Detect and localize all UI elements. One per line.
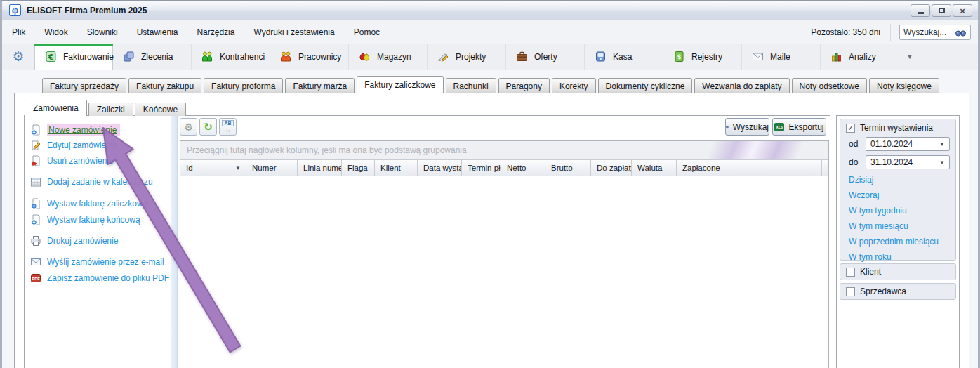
action-panel: Nowe zamówienie Edytuj zamówienie Usuń z… [25, 116, 171, 368]
doctab-faktury-zakupu[interactable]: Faktury zakupu [128, 78, 201, 93]
doctab-faktury-marza[interactable]: Faktury marża [285, 78, 355, 93]
minimize-button[interactable] [911, 4, 930, 17]
action-save-pdf[interactable]: PDF Zapisz zamówienie do pliku PDF [30, 271, 169, 285]
global-search-box[interactable] [899, 25, 971, 40]
date-to-select[interactable]: 31.10.2024 ▼ [866, 155, 950, 169]
grid-header-row: Id▼ Numer Linia numer... Flaga Klient Da… [180, 159, 828, 176]
ribbon-tab-pracownicy[interactable]: Pracownicy [270, 44, 349, 70]
maximize-button[interactable] [932, 4, 951, 17]
date-from-select[interactable]: 01.10.2024 ▼ [866, 137, 950, 151]
column-header-linia-numeracji[interactable]: Linia numer... [298, 160, 342, 176]
menu-ustawienia[interactable]: Ustawienia [128, 24, 187, 41]
client-checkbox[interactable] [846, 268, 855, 277]
right-divider [969, 93, 969, 368]
seller-checkbox[interactable] [846, 287, 855, 296]
column-header-klient[interactable]: Klient [375, 160, 418, 176]
page-delete-icon [30, 155, 41, 166]
doctab-wezwania[interactable]: Wezwania do zapłaty [694, 78, 789, 93]
doctab-noty-odsetkowe[interactable]: Noty odsetkowe [792, 78, 867, 93]
ribbon-tab-analizy[interactable]: Analizy [821, 44, 899, 70]
column-header-termin-platnosci[interactable]: Termin płat... [462, 160, 501, 176]
group-by-bar[interactable]: Przeciągnij tutaj nagłówek kolumny, jeśl… [180, 141, 828, 159]
ribbon-tab-oferty[interactable]: Oferty [506, 44, 585, 70]
document-tabbar: Faktury sprzedaży Faktury zakupu Faktury… [14, 76, 969, 93]
action-issue-final-invoice[interactable]: Wystaw fakturę końcową [30, 213, 140, 227]
menu-narzedzia[interactable]: Narzędzia [187, 24, 244, 41]
ribbon-tab-magazyn[interactable]: Magazyn [349, 44, 428, 70]
gear-icon: ⚙ [12, 48, 24, 65]
filter-dropdown-icon[interactable]: ▼ [235, 165, 241, 171]
grid-settings-button[interactable]: ⚙ [180, 118, 197, 136]
refresh-icon: ↻ [204, 121, 213, 133]
projects-pencil-icon [437, 51, 449, 63]
column-header-netto[interactable]: Netto [501, 160, 545, 176]
ribbon-tab-fakturowanie[interactable]: € Fakturowanie [34, 44, 113, 70]
column-header-id[interactable]: Id▼ [180, 160, 246, 176]
global-search-input[interactable] [903, 27, 955, 37]
action-delete-order[interactable]: Usuń zamówienie [30, 154, 114, 168]
action-edit-order[interactable]: Edytuj zamówienie [30, 138, 117, 152]
innertab-zamowienia[interactable]: Zamówienia [25, 100, 87, 116]
gear-icon: ⚙ [184, 121, 193, 133]
menu-plik[interactable]: Plik [3, 24, 34, 41]
menu-wydruki[interactable]: Wydruki i zestawienia [244, 24, 343, 41]
column-header-data-wystawienia[interactable]: Data wysta... [418, 160, 462, 176]
action-issue-advance-invoice[interactable]: Wystaw fakturę zaliczkową [30, 197, 147, 211]
doctab-faktury-zaliczkowe[interactable]: Faktury zaliczkowe [357, 76, 443, 93]
mail-envelope-icon [752, 51, 764, 63]
warehouse-sacks-icon [359, 51, 371, 63]
innertab-koncowe[interactable]: Końcowe [135, 103, 186, 116]
settings-gear-button[interactable]: ⚙ [2, 44, 34, 70]
column-header-brutto[interactable]: Brutto [545, 160, 591, 176]
invoice-euro-icon: € [45, 51, 57, 63]
column-header-flaga[interactable]: Flaga [342, 160, 375, 176]
menu-widok[interactable]: Widok [35, 24, 77, 41]
ribbon-tab-maile[interactable]: Maile [742, 44, 821, 70]
issue-date-checkbox[interactable]: ✓ [846, 124, 855, 133]
column-header-clipped[interactable]: W... [822, 160, 828, 176]
column-header-zaplacone[interactable]: Zapłacone [677, 160, 822, 176]
contractors-people-icon [201, 51, 213, 63]
ribbon-tab-kasa[interactable]: Kasa [585, 44, 663, 70]
doctab-rachunki[interactable]: Rachunki [446, 78, 496, 93]
column-header-numer[interactable]: Numer [246, 160, 298, 176]
quicklink-previous-month[interactable]: W poprzednim miesiącu [849, 237, 955, 247]
action-add-calendar-task[interactable]: Dodaj zadanie w kalendarzu [30, 175, 153, 189]
quicklink-this-week[interactable]: W tym tygodniu [849, 206, 955, 216]
grid-refresh-button[interactable]: ↻ [199, 118, 217, 136]
close-button[interactable]: × [953, 4, 972, 17]
grid-export-button[interactable]: XLS Eksportuj [772, 118, 826, 136]
menu-pomoc[interactable]: Pomoc [345, 24, 389, 41]
ribbon-tab-zlecenia[interactable]: Zlecenia [113, 44, 192, 70]
doctab-paragony[interactable]: Paragony [498, 78, 550, 93]
panel-splitter[interactable] [171, 116, 178, 368]
action-print-order[interactable]: Drukuj zamówienie [30, 234, 118, 248]
decorative-swoosh [646, 141, 828, 159]
minimize-icon [918, 12, 924, 14]
menu-slowniki[interactable]: Słowniki [78, 24, 127, 41]
action-new-order[interactable]: Nowe zamówienie [30, 123, 120, 137]
ribbon-tab-projekty[interactable]: Projekty [428, 44, 506, 70]
ribbon-more-button[interactable]: ▼ [899, 44, 920, 70]
date-from-label: od [849, 139, 866, 149]
doctab-dokumenty-cykliczne[interactable]: Dokumenty cykliczne [598, 78, 693, 93]
grid-column-width-button[interactable]: AB↔ [219, 118, 237, 136]
doctab-faktury-proforma[interactable]: Faktury proforma [204, 78, 283, 93]
quicklink-today[interactable]: Dzisiaj [849, 175, 955, 185]
grid-empty-body[interactable] [180, 176, 828, 368]
invoice-plus-icon [30, 214, 41, 225]
xls-icon: XLS [774, 123, 784, 131]
ribbon-tab-kontrahenci[interactable]: Kontrahenci [192, 44, 270, 70]
doctab-faktury-sprzedazy[interactable]: Faktury sprzedaży [42, 78, 126, 93]
quicklink-this-year[interactable]: W tym roku [849, 252, 955, 262]
doctab-noty-ksiegowe[interactable]: Noty księgowe [869, 78, 939, 93]
grid-search-button[interactable]: Wyszukaj [725, 118, 769, 136]
action-send-email[interactable]: Wyślij zamówienie przez e-mail [30, 255, 164, 269]
quicklink-yesterday[interactable]: Wczoraj [849, 190, 955, 200]
column-header-do-zaplaty[interactable]: Do zapłaty [591, 160, 632, 176]
quicklink-this-month[interactable]: W tym miesiącu [849, 221, 955, 231]
ribbon-tab-rejestry[interactable]: $ Rejestry [663, 44, 742, 70]
column-header-waluta[interactable]: Waluta [632, 160, 677, 176]
doctab-korekty[interactable]: Korekty [552, 78, 596, 93]
innertab-zaliczki[interactable]: Zaliczki [88, 103, 133, 116]
